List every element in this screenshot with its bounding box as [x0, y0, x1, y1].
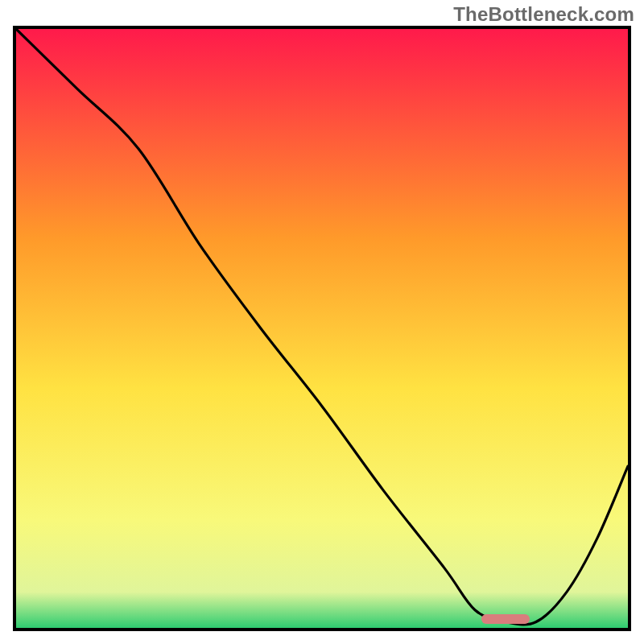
- curve-path: [16, 29, 628, 625]
- watermark-text: TheBottleneck.com: [453, 3, 634, 26]
- optimal-range-marker: [481, 614, 530, 624]
- plot-frame: [13, 26, 631, 631]
- chart-container: TheBottleneck.com: [0, 0, 644, 644]
- bottleneck-curve: [16, 29, 628, 628]
